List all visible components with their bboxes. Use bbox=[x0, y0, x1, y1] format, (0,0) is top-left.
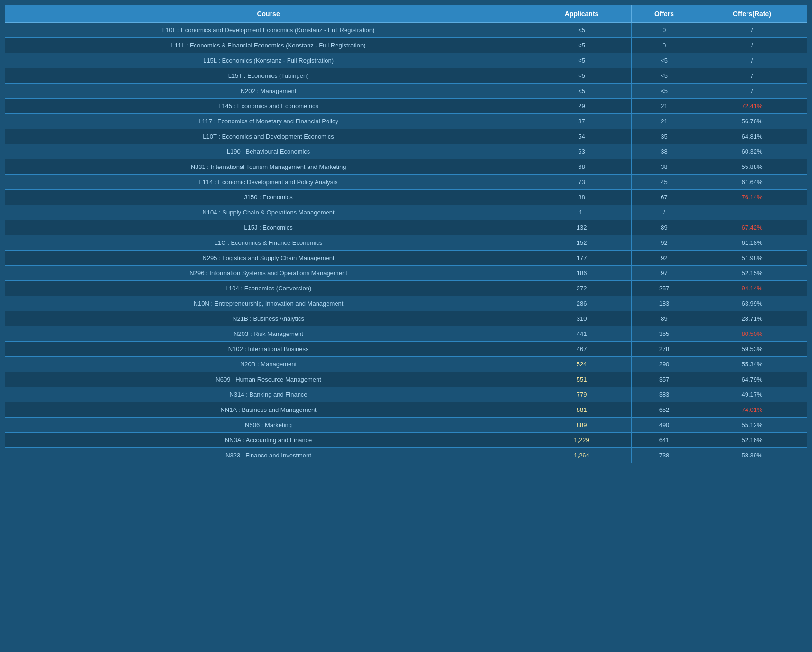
table-row: N314 : Banking and Finance77938349.17% bbox=[5, 387, 807, 402]
cell-offers: 67 bbox=[632, 190, 697, 205]
table-row: N20B : Management52429055.34% bbox=[5, 357, 807, 372]
table-row: N323 : Finance and Investment1,26473858.… bbox=[5, 448, 807, 463]
cell-course: L10L : Economics and Development Economi… bbox=[5, 23, 532, 38]
cell-course: L15L : Economics (Konstanz - Full Regist… bbox=[5, 53, 532, 68]
cell-rate: 28.71% bbox=[697, 311, 807, 326]
cell-offers: <5 bbox=[632, 84, 697, 99]
cell-rate: 49.17% bbox=[697, 387, 807, 402]
cell-offers: <5 bbox=[632, 68, 697, 84]
table-row: NN3A : Accounting and Finance1,22964152.… bbox=[5, 433, 807, 448]
table-row: N295 : Logistics and Supply Chain Manage… bbox=[5, 251, 807, 266]
cell-applicants: <5 bbox=[532, 84, 632, 99]
cell-offers: 0 bbox=[632, 38, 697, 53]
cell-applicants: 272 bbox=[532, 281, 632, 296]
cell-course: L145 : Economics and Econometrics bbox=[5, 99, 532, 114]
cell-applicants: 551 bbox=[532, 372, 632, 387]
cell-rate: 67.42% bbox=[697, 220, 807, 235]
cell-course: N104 : Supply Chain & Operations Managem… bbox=[5, 205, 532, 220]
header-applicants: Applicants bbox=[532, 5, 632, 23]
table-row: L10T : Economics and Development Economi… bbox=[5, 129, 807, 144]
table-row: L190 : Behavioural Economics633860.32% bbox=[5, 144, 807, 159]
table-row: N296 : Information Systems and Operation… bbox=[5, 266, 807, 281]
table-row: J150 : Economics886776.14% bbox=[5, 190, 807, 205]
cell-course: N323 : Finance and Investment bbox=[5, 448, 532, 463]
cell-offers: 652 bbox=[632, 402, 697, 418]
main-container: Course Applicants Offers Offers(Rate) L1… bbox=[0, 0, 812, 652]
table-row: N104 : Supply Chain & Operations Managem… bbox=[5, 205, 807, 220]
cell-applicants: 441 bbox=[532, 326, 632, 342]
cell-offers: 357 bbox=[632, 372, 697, 387]
cell-offers: 38 bbox=[632, 159, 697, 175]
cell-course: L11L : Economics & Financial Economics (… bbox=[5, 38, 532, 53]
cell-course: L15J : Economics bbox=[5, 220, 532, 235]
cell-offers: 35 bbox=[632, 129, 697, 144]
cell-rate: 94.14% bbox=[697, 281, 807, 296]
cell-offers: 21 bbox=[632, 114, 697, 129]
cell-applicants: 132 bbox=[532, 220, 632, 235]
cell-applicants: 1,229 bbox=[532, 433, 632, 448]
header-rate: Offers(Rate) bbox=[697, 5, 807, 23]
table-row: L145 : Economics and Econometrics292172.… bbox=[5, 99, 807, 114]
cell-applicants: 186 bbox=[532, 266, 632, 281]
table-row: N203 : Risk Management44135580.50% bbox=[5, 326, 807, 342]
table-row: L10L : Economics and Development Economi… bbox=[5, 23, 807, 38]
cell-rate: 55.34% bbox=[697, 357, 807, 372]
cell-rate: 52.16% bbox=[697, 433, 807, 448]
cell-rate: 59.53% bbox=[697, 342, 807, 357]
cell-course: N609 : Human Resource Management bbox=[5, 372, 532, 387]
cell-applicants: 37 bbox=[532, 114, 632, 129]
cell-offers: 490 bbox=[632, 418, 697, 433]
cell-rate: 55.12% bbox=[697, 418, 807, 433]
table-row: L15T : Economics (Tubingen)<5<5/ bbox=[5, 68, 807, 84]
cell-course: N102 : International Business bbox=[5, 342, 532, 357]
table-row: N609 : Human Resource Management55135764… bbox=[5, 372, 807, 387]
table-row: N102 : International Business46727859.53… bbox=[5, 342, 807, 357]
cell-course: NN3A : Accounting and Finance bbox=[5, 433, 532, 448]
table-row: L1C : Economics & Finance Economics15292… bbox=[5, 235, 807, 251]
cell-course: L117 : Economics of Monetary and Financi… bbox=[5, 114, 532, 129]
cell-applicants: 286 bbox=[532, 296, 632, 311]
cell-offers: 0 bbox=[632, 23, 697, 38]
cell-course: L114 : Economic Development and Policy A… bbox=[5, 175, 532, 190]
cell-rate: / bbox=[697, 68, 807, 84]
cell-offers: 738 bbox=[632, 448, 697, 463]
cell-offers: 92 bbox=[632, 235, 697, 251]
cell-course: N314 : Banking and Finance bbox=[5, 387, 532, 402]
cell-course: L190 : Behavioural Economics bbox=[5, 144, 532, 159]
cell-offers: 92 bbox=[632, 251, 697, 266]
cell-rate: 61.64% bbox=[697, 175, 807, 190]
cell-offers: <5 bbox=[632, 53, 697, 68]
cell-rate: 52.15% bbox=[697, 266, 807, 281]
cell-course: N20B : Management bbox=[5, 357, 532, 372]
cell-rate: 56.76% bbox=[697, 114, 807, 129]
cell-applicants: 73 bbox=[532, 175, 632, 190]
cell-rate: 64.79% bbox=[697, 372, 807, 387]
header-offers: Offers bbox=[632, 5, 697, 23]
cell-offers: 45 bbox=[632, 175, 697, 190]
cell-rate: / bbox=[697, 38, 807, 53]
table-row: N506 : Marketing88949055.12% bbox=[5, 418, 807, 433]
cell-course: L104 : Economics (Conversion) bbox=[5, 281, 532, 296]
table-header-row: Course Applicants Offers Offers(Rate) bbox=[5, 5, 807, 23]
cell-applicants: 1. bbox=[532, 205, 632, 220]
table-row: N10N : Entrepreneurship, Innovation and … bbox=[5, 296, 807, 311]
cell-offers: 355 bbox=[632, 326, 697, 342]
cell-applicants: 779 bbox=[532, 387, 632, 402]
table-row: N21B : Business Analytics3108928.71% bbox=[5, 311, 807, 326]
cell-rate: ... bbox=[697, 205, 807, 220]
cell-rate: 63.99% bbox=[697, 296, 807, 311]
cell-applicants: 310 bbox=[532, 311, 632, 326]
cell-course: N831 : International Tourism Management … bbox=[5, 159, 532, 175]
cell-applicants: 54 bbox=[532, 129, 632, 144]
table-row: L114 : Economic Development and Policy A… bbox=[5, 175, 807, 190]
cell-applicants: 63 bbox=[532, 144, 632, 159]
cell-applicants: <5 bbox=[532, 38, 632, 53]
cell-offers: 278 bbox=[632, 342, 697, 357]
cell-offers: 38 bbox=[632, 144, 697, 159]
cell-applicants: <5 bbox=[532, 68, 632, 84]
cell-rate: 55.88% bbox=[697, 159, 807, 175]
table-row: L15L : Economics (Konstanz - Full Regist… bbox=[5, 53, 807, 68]
cell-course: N203 : Risk Management bbox=[5, 326, 532, 342]
table-row: L15J : Economics1328967.42% bbox=[5, 220, 807, 235]
table-row: N831 : International Tourism Management … bbox=[5, 159, 807, 175]
